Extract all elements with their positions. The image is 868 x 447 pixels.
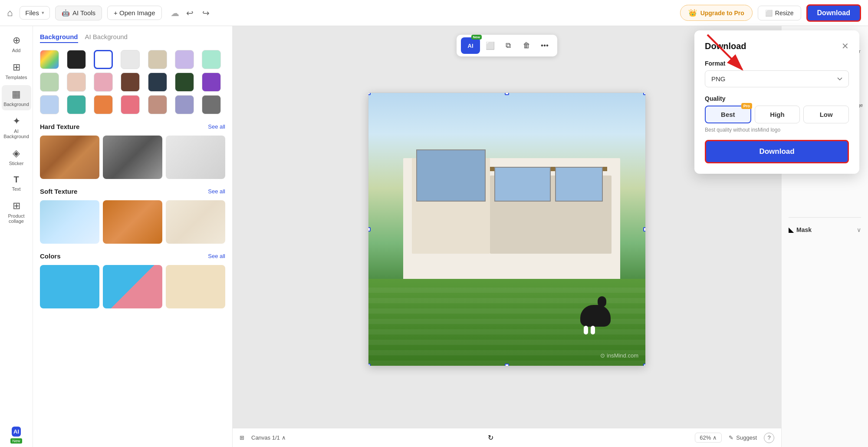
color-rainbow[interactable] bbox=[40, 50, 59, 69]
soft-texture-see-all[interactable]: See all bbox=[208, 188, 225, 195]
colors-see-all[interactable]: See all bbox=[208, 253, 225, 259]
color-mint[interactable] bbox=[202, 50, 221, 69]
tab-ai-background[interactable]: AI Background bbox=[85, 33, 128, 43]
color-forest[interactable] bbox=[175, 73, 194, 92]
canvas-copy-button[interactable]: ⧉ bbox=[500, 37, 516, 54]
help-button[interactable]: ? bbox=[764, 433, 774, 443]
canvas-more-button[interactable]: ••• bbox=[536, 37, 553, 54]
zoom-chevron: ∧ bbox=[713, 434, 717, 441]
color-navy[interactable] bbox=[148, 73, 167, 92]
color-preview-teal[interactable] bbox=[40, 265, 99, 308]
open-image-button[interactable]: + Open Image bbox=[107, 6, 161, 20]
pro-badge: Pro bbox=[741, 103, 752, 109]
color-brown[interactable] bbox=[121, 73, 140, 92]
quality-section: Quality Best Pro High Low Best quality w… bbox=[705, 95, 849, 133]
watermark: ⊙ insMind.com bbox=[600, 352, 638, 359]
color-sage[interactable] bbox=[40, 73, 59, 92]
panel-tabs: Background AI Background bbox=[40, 33, 225, 43]
ai-tools-icon: 🤖 bbox=[62, 9, 70, 17]
quality-best-button[interactable]: Best Pro bbox=[705, 106, 751, 123]
home-icon[interactable]: ⌂ bbox=[7, 7, 13, 19]
templates-icon: ⊞ bbox=[13, 62, 20, 73]
color-white[interactable] bbox=[94, 50, 113, 69]
crown-icon: 👑 bbox=[688, 9, 697, 17]
color-pink[interactable] bbox=[94, 73, 113, 92]
canvas-bottom-bar: ⊞ Canvas 1/1 ∧ ↻ 62% ∧ ✎ Suggest ? bbox=[233, 428, 781, 447]
sidebar-item-add[interactable]: ⊕ Add bbox=[2, 31, 31, 56]
canvas-trash-button[interactable]: 🗑 bbox=[518, 37, 535, 54]
layers-button[interactable]: ⊞ bbox=[240, 434, 244, 441]
sidebar-item-product-collage[interactable]: ⊞ Product collage bbox=[2, 197, 31, 227]
icon-rail: ⊕ Add ⊞ Templates ▦ Background ✦ AI Back… bbox=[0, 26, 33, 447]
topbar: ⌂ Files ▾ 🤖 AI Tools + Open Image ☁ ↩ ↪ … bbox=[0, 0, 868, 26]
sidebar-item-bottom[interactable]: AI New bbox=[2, 423, 31, 447]
mask-section[interactable]: ◣ Mask ∨ bbox=[782, 221, 868, 238]
color-light-gray[interactable] bbox=[121, 50, 140, 69]
color-purple[interactable] bbox=[202, 73, 221, 92]
color-rose[interactable] bbox=[121, 95, 140, 114]
redo-button[interactable]: ↪ bbox=[201, 6, 211, 20]
color-beige[interactable] bbox=[148, 50, 167, 69]
hard-texture-see-all[interactable]: See all bbox=[208, 123, 225, 130]
format-select[interactable]: PNG JPG WEBP bbox=[705, 70, 849, 87]
sidebar-item-templates[interactable]: ⊞ Templates bbox=[2, 58, 31, 83]
sync-icon: ↻ bbox=[488, 434, 493, 442]
colors-section-header: Colors See all bbox=[40, 252, 225, 260]
sync-button[interactable]: ↻ bbox=[488, 434, 493, 442]
resize-button[interactable]: ⬜ Resize bbox=[758, 6, 801, 20]
texture-cream[interactable] bbox=[166, 200, 225, 244]
quality-low-button[interactable]: Low bbox=[803, 106, 849, 123]
color-baby-blue[interactable] bbox=[40, 95, 59, 114]
texture-light[interactable] bbox=[166, 136, 225, 179]
canvas-frame-button[interactable]: ⬜ bbox=[482, 37, 498, 54]
download-top-button[interactable]: Download bbox=[806, 4, 861, 22]
sidebar-item-background[interactable]: ▦ Background bbox=[2, 85, 31, 110]
text-icon: T bbox=[13, 175, 19, 185]
color-black[interactable] bbox=[67, 50, 86, 69]
color-mauve[interactable] bbox=[148, 95, 167, 114]
zoom-control[interactable]: 62% ∧ bbox=[695, 433, 722, 443]
color-periwinkle[interactable] bbox=[175, 95, 194, 114]
resize-icon: ⬜ bbox=[765, 10, 773, 17]
layers-icon: ⊞ bbox=[240, 434, 244, 441]
color-swatches bbox=[40, 50, 225, 114]
canvas-info[interactable]: Canvas 1/1 ∧ bbox=[251, 434, 286, 441]
right-divider bbox=[789, 217, 861, 218]
color-preview-split[interactable] bbox=[103, 265, 162, 308]
undo-button[interactable]: ↩ bbox=[184, 6, 195, 20]
suggest-button[interactable]: ✎ Suggest bbox=[729, 434, 757, 441]
canvas-image[interactable]: ⊙ insMind.com bbox=[368, 93, 646, 366]
texture-wood[interactable] bbox=[40, 136, 99, 179]
sidebar-item-text[interactable]: T Text bbox=[2, 171, 31, 195]
texture-metal[interactable] bbox=[103, 136, 162, 179]
colors-preview-grid bbox=[40, 265, 225, 308]
color-coral[interactable] bbox=[94, 95, 113, 114]
hard-texture-title: Hard Texture bbox=[40, 123, 79, 130]
color-lavender[interactable] bbox=[175, 50, 194, 69]
product-collage-icon: ⊞ bbox=[13, 200, 20, 212]
add-icon: ⊕ bbox=[13, 35, 20, 46]
new-badge: New bbox=[471, 35, 482, 40]
tab-background[interactable]: Background bbox=[40, 33, 78, 43]
upgrade-button[interactable]: 👑 Upgrade to Pro bbox=[680, 5, 753, 21]
texture-water[interactable] bbox=[40, 200, 99, 244]
quality-high-button[interactable]: High bbox=[755, 106, 800, 123]
color-teal[interactable] bbox=[67, 95, 86, 114]
files-label: Files bbox=[25, 9, 39, 17]
sidebar-item-sticker[interactable]: ◈ Sticker bbox=[2, 144, 31, 169]
color-preview-cream[interactable] bbox=[166, 265, 225, 308]
colors-section-title: Colors bbox=[40, 252, 61, 260]
hard-texture-grid bbox=[40, 136, 225, 179]
canvas-toolbar: AI New ⬜ ⧉ 🗑 ••• bbox=[457, 35, 557, 56]
color-slate[interactable] bbox=[202, 95, 221, 114]
download-modal-button[interactable]: Download bbox=[705, 140, 849, 163]
sidebar-item-ai-background[interactable]: ✦ AI Background bbox=[2, 112, 31, 142]
hard-texture-header: Hard Texture See all bbox=[40, 123, 225, 130]
texture-caramel[interactable] bbox=[103, 200, 162, 244]
ai-tools-button[interactable]: 🤖 AI Tools bbox=[55, 6, 102, 20]
modal-close-button[interactable]: ✕ bbox=[842, 41, 849, 51]
files-button[interactable]: Files ▾ bbox=[20, 6, 50, 20]
color-blush[interactable] bbox=[67, 73, 86, 92]
suggest-icon: ✎ bbox=[729, 434, 733, 441]
canvas-ai-button[interactable]: AI New bbox=[461, 37, 480, 54]
